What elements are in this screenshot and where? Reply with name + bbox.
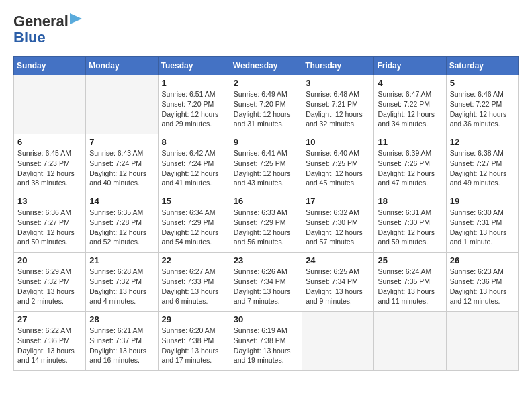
calendar-day-cell: 11Sunrise: 6:39 AMSunset: 7:26 PMDayligh… bbox=[374, 134, 446, 193]
weekday-header-row: SundayMondayTuesdayWednesdayThursdayFrid… bbox=[14, 57, 519, 75]
day-number: 20 bbox=[17, 255, 82, 265]
day-info: Sunrise: 6:48 AMSunset: 7:21 PMDaylight:… bbox=[306, 89, 370, 129]
day-number: 18 bbox=[378, 196, 442, 206]
calendar-day-cell: 6Sunrise: 6:45 AMSunset: 7:23 PMDaylight… bbox=[14, 134, 86, 193]
day-number: 2 bbox=[234, 78, 298, 88]
day-number: 21 bbox=[89, 255, 154, 265]
day-number: 16 bbox=[234, 196, 298, 206]
day-info: Sunrise: 6:23 AMSunset: 7:36 PMDaylight:… bbox=[450, 267, 515, 306]
calendar-day-cell: 19Sunrise: 6:30 AMSunset: 7:31 PMDayligh… bbox=[446, 193, 518, 253]
calendar-empty-cell bbox=[14, 75, 86, 134]
day-number: 25 bbox=[378, 255, 442, 265]
day-info: Sunrise: 6:31 AMSunset: 7:30 PMDaylight:… bbox=[378, 208, 442, 247]
day-info: Sunrise: 6:40 AMSunset: 7:25 PMDaylight:… bbox=[306, 148, 370, 188]
day-number: 22 bbox=[162, 255, 226, 265]
calendar-week-row: 1Sunrise: 6:51 AMSunset: 7:20 PMDaylight… bbox=[14, 75, 519, 134]
weekday-header-wednesday: Wednesday bbox=[230, 57, 302, 75]
day-number: 30 bbox=[234, 314, 298, 324]
day-number: 28 bbox=[89, 314, 154, 324]
calendar-week-row: 20Sunrise: 6:29 AMSunset: 7:32 PMDayligh… bbox=[14, 253, 519, 312]
day-number: 9 bbox=[234, 137, 298, 147]
day-number: 24 bbox=[306, 255, 370, 265]
day-number: 23 bbox=[234, 255, 298, 265]
day-number: 15 bbox=[162, 196, 226, 206]
weekday-header-monday: Monday bbox=[86, 57, 158, 75]
day-number: 5 bbox=[450, 78, 515, 88]
calendar-day-cell: 10Sunrise: 6:40 AMSunset: 7:25 PMDayligh… bbox=[302, 134, 374, 193]
calendar-day-cell: 24Sunrise: 6:25 AMSunset: 7:34 PMDayligh… bbox=[302, 253, 374, 312]
day-info: Sunrise: 6:27 AMSunset: 7:33 PMDaylight:… bbox=[162, 267, 226, 306]
day-number: 3 bbox=[306, 78, 370, 88]
calendar-day-cell: 22Sunrise: 6:27 AMSunset: 7:33 PMDayligh… bbox=[158, 253, 230, 312]
weekday-header-saturday: Saturday bbox=[446, 57, 518, 75]
day-number: 8 bbox=[162, 137, 226, 147]
calendar-day-cell: 23Sunrise: 6:26 AMSunset: 7:34 PMDayligh… bbox=[230, 253, 302, 312]
day-number: 6 bbox=[17, 137, 82, 147]
day-info: Sunrise: 6:32 AMSunset: 7:30 PMDaylight:… bbox=[306, 208, 370, 247]
weekday-header-friday: Friday bbox=[374, 57, 446, 75]
day-info: Sunrise: 6:51 AMSunset: 7:20 PMDaylight:… bbox=[162, 89, 226, 129]
calendar-day-cell: 16Sunrise: 6:33 AMSunset: 7:29 PMDayligh… bbox=[230, 193, 302, 253]
day-number: 26 bbox=[450, 255, 515, 265]
day-info: Sunrise: 6:19 AMSunset: 7:38 PMDaylight:… bbox=[234, 326, 298, 365]
day-info: Sunrise: 6:26 AMSunset: 7:34 PMDaylight:… bbox=[234, 267, 298, 306]
day-number: 19 bbox=[450, 196, 515, 206]
day-info: Sunrise: 6:25 AMSunset: 7:34 PMDaylight:… bbox=[306, 267, 370, 306]
svg-marker-0 bbox=[70, 13, 82, 24]
day-number: 1 bbox=[162, 78, 226, 88]
day-number: 27 bbox=[17, 314, 82, 324]
calendar-day-cell: 17Sunrise: 6:32 AMSunset: 7:30 PMDayligh… bbox=[302, 193, 374, 253]
day-number: 12 bbox=[450, 137, 515, 147]
day-number: 29 bbox=[162, 314, 226, 324]
calendar-day-cell: 7Sunrise: 6:43 AMSunset: 7:24 PMDaylight… bbox=[86, 134, 158, 193]
calendar-empty-cell bbox=[446, 312, 518, 371]
day-info: Sunrise: 6:36 AMSunset: 7:27 PMDaylight:… bbox=[17, 208, 82, 247]
day-info: Sunrise: 6:29 AMSunset: 7:32 PMDaylight:… bbox=[17, 267, 82, 306]
day-info: Sunrise: 6:20 AMSunset: 7:38 PMDaylight:… bbox=[162, 326, 226, 365]
day-info: Sunrise: 6:42 AMSunset: 7:24 PMDaylight:… bbox=[162, 148, 226, 188]
day-info: Sunrise: 6:35 AMSunset: 7:28 PMDaylight:… bbox=[89, 208, 154, 247]
day-number: 11 bbox=[378, 137, 442, 147]
calendar-day-cell: 4Sunrise: 6:47 AMSunset: 7:22 PMDaylight… bbox=[374, 75, 446, 134]
weekday-header-thursday: Thursday bbox=[302, 57, 374, 75]
day-number: 4 bbox=[378, 78, 442, 88]
day-info: Sunrise: 6:46 AMSunset: 7:22 PMDaylight:… bbox=[450, 89, 515, 129]
calendar-day-cell: 27Sunrise: 6:22 AMSunset: 7:36 PMDayligh… bbox=[14, 312, 86, 371]
day-info: Sunrise: 6:30 AMSunset: 7:31 PMDaylight:… bbox=[450, 208, 515, 247]
calendar-empty-cell bbox=[374, 312, 446, 371]
calendar-day-cell: 30Sunrise: 6:19 AMSunset: 7:38 PMDayligh… bbox=[230, 312, 302, 371]
calendar-empty-cell bbox=[86, 75, 158, 134]
calendar-day-cell: 20Sunrise: 6:29 AMSunset: 7:32 PMDayligh… bbox=[14, 253, 86, 312]
weekday-header-tuesday: Tuesday bbox=[158, 57, 230, 75]
day-info: Sunrise: 6:34 AMSunset: 7:29 PMDaylight:… bbox=[162, 208, 226, 247]
weekday-header-sunday: Sunday bbox=[14, 57, 86, 75]
calendar-day-cell: 3Sunrise: 6:48 AMSunset: 7:21 PMDaylight… bbox=[302, 75, 374, 134]
day-info: Sunrise: 6:49 AMSunset: 7:20 PMDaylight:… bbox=[234, 89, 298, 129]
calendar-day-cell: 21Sunrise: 6:28 AMSunset: 7:32 PMDayligh… bbox=[86, 253, 158, 312]
calendar-day-cell: 12Sunrise: 6:38 AMSunset: 7:27 PMDayligh… bbox=[446, 134, 518, 193]
day-info: Sunrise: 6:33 AMSunset: 7:29 PMDaylight:… bbox=[234, 208, 298, 247]
calendar-day-cell: 13Sunrise: 6:36 AMSunset: 7:27 PMDayligh… bbox=[14, 193, 86, 253]
day-info: Sunrise: 6:21 AMSunset: 7:37 PMDaylight:… bbox=[89, 326, 154, 365]
page-header: General Blue bbox=[13, 13, 519, 46]
calendar-week-row: 13Sunrise: 6:36 AMSunset: 7:27 PMDayligh… bbox=[14, 193, 519, 253]
calendar-week-row: 27Sunrise: 6:22 AMSunset: 7:36 PMDayligh… bbox=[14, 312, 519, 371]
calendar-day-cell: 26Sunrise: 6:23 AMSunset: 7:36 PMDayligh… bbox=[446, 253, 518, 312]
day-info: Sunrise: 6:28 AMSunset: 7:32 PMDaylight:… bbox=[89, 267, 154, 306]
logo-text-line1: General bbox=[13, 13, 69, 30]
calendar-day-cell: 5Sunrise: 6:46 AMSunset: 7:22 PMDaylight… bbox=[446, 75, 518, 134]
day-info: Sunrise: 6:39 AMSunset: 7:26 PMDaylight:… bbox=[378, 148, 442, 188]
day-info: Sunrise: 6:38 AMSunset: 7:27 PMDaylight:… bbox=[450, 148, 515, 188]
day-number: 14 bbox=[89, 196, 154, 206]
calendar-day-cell: 29Sunrise: 6:20 AMSunset: 7:38 PMDayligh… bbox=[158, 312, 230, 371]
calendar-day-cell: 1Sunrise: 6:51 AMSunset: 7:20 PMDaylight… bbox=[158, 75, 230, 134]
calendar-day-cell: 8Sunrise: 6:42 AMSunset: 7:24 PMDaylight… bbox=[158, 134, 230, 193]
calendar-day-cell: 15Sunrise: 6:34 AMSunset: 7:29 PMDayligh… bbox=[158, 193, 230, 253]
logo: General Blue bbox=[13, 13, 82, 46]
day-number: 13 bbox=[17, 196, 82, 206]
calendar-day-cell: 9Sunrise: 6:41 AMSunset: 7:25 PMDaylight… bbox=[230, 134, 302, 193]
calendar-week-row: 6Sunrise: 6:45 AMSunset: 7:23 PMDaylight… bbox=[14, 134, 519, 193]
calendar-day-cell: 2Sunrise: 6:49 AMSunset: 7:20 PMDaylight… bbox=[230, 75, 302, 134]
day-number: 17 bbox=[306, 196, 370, 206]
logo-text-line2: Blue bbox=[13, 29, 46, 46]
